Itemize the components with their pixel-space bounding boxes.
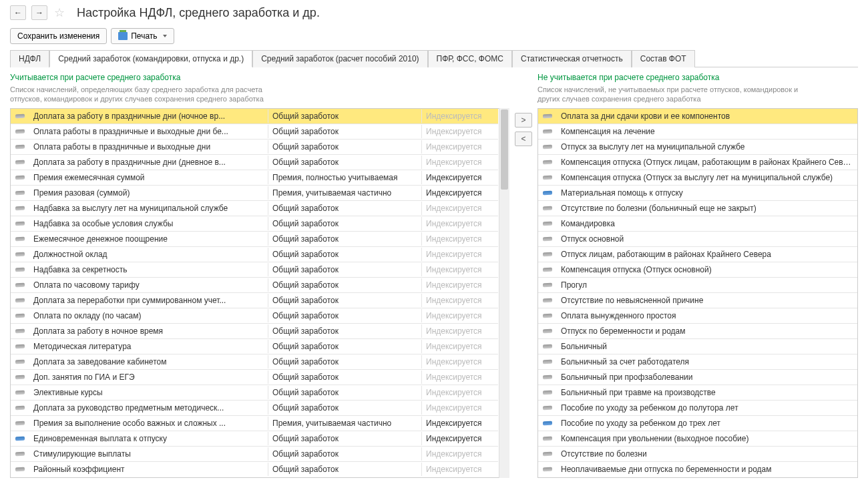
tab-3[interactable]: ПФР, ФСС, ФОМС	[428, 50, 512, 67]
row-name: Отпуск основной	[557, 232, 857, 246]
row-icon	[538, 237, 557, 241]
table-row[interactable]: Надбавка за выслугу лет на муниципальной…	[11, 201, 498, 216]
table-row[interactable]: Отпуск лицам, работающим в районах Крайн…	[538, 247, 857, 262]
row-name: Оплата за дни сдачи крови и ее компонент…	[557, 109, 857, 123]
table-row[interactable]: Доплата за переработки при суммированном…	[11, 293, 498, 308]
favorite-icon[interactable]: ☆	[53, 6, 66, 19]
table-row[interactable]: Командировка	[538, 216, 857, 232]
nav-back-button[interactable]: ←	[10, 5, 26, 20]
row-name: Премия ежемесячная суммой	[29, 171, 268, 184]
table-row[interactable]: Оплата вынужденного простоя	[538, 308, 857, 324]
table-row[interactable]: Компенсация отпуска (Отпуск за выслугу л…	[538, 170, 857, 186]
row-name: Прогул	[557, 278, 857, 292]
table-row[interactable]: Доплата за руководство предметным методи…	[11, 401, 498, 416]
table-row[interactable]: Пособие по уходу за ребенком до полутора…	[538, 401, 857, 416]
row-icon	[538, 437, 557, 441]
table-row[interactable]: Отпуск основной	[538, 232, 857, 247]
page-title: Настройка НДФЛ, среднего заработка и др.	[77, 6, 320, 20]
row-index: Индексируется	[421, 263, 498, 276]
row-name: Оплата по окладу (по часам)	[29, 309, 268, 322]
table-row[interactable]: Доплата за работу в праздничные дни (ноч…	[11, 109, 498, 124]
table-row[interactable]: Отсутствие по болезни (больничный еще не…	[538, 201, 857, 216]
table-row[interactable]: Методическая литератураОбщий заработокИн…	[11, 339, 498, 354]
row-index: Индексируется	[421, 355, 498, 368]
table-row[interactable]: Больничный	[538, 339, 857, 354]
table-row[interactable]: Больничный при профзаболевании	[538, 370, 857, 385]
tab-5[interactable]: Состав ФОТ	[632, 50, 695, 67]
table-row[interactable]: Оплата по окладу (по часам)Общий заработ…	[11, 308, 498, 324]
table-row[interactable]: Больничный за счет работодателя	[538, 354, 857, 370]
row-icon	[538, 176, 557, 180]
table-row[interactable]: Компенсация отпуска (Отпуск основной)	[538, 262, 857, 278]
table-row[interactable]: Премия за выполнение особо важных и слож…	[11, 416, 498, 431]
tab-1[interactable]: Средний заработок (командировки, отпуска…	[49, 50, 252, 67]
table-row[interactable]: Единовременная выплата к отпускуОбщий за…	[11, 431, 498, 447]
row-name: Больничный	[557, 340, 857, 353]
row-icon	[11, 114, 29, 118]
row-icon	[11, 176, 29, 180]
table-row[interactable]: Компенсация на лечение	[538, 124, 857, 140]
table-row[interactable]: Элективные курсыОбщий заработокИндексиру…	[11, 385, 498, 401]
table-row[interactable]: Доплата за заведование кабинетомОбщий за…	[11, 354, 498, 370]
table-row[interactable]: Компенсация при увольнении (выходное пос…	[538, 431, 857, 447]
table-row[interactable]: Оплата по часовому тарифуОбщий заработок…	[11, 278, 498, 293]
table-row[interactable]: Премия ежемесячная суммойПремия, полност…	[11, 170, 498, 186]
row-name: Отпуск за выслугу лет на муниципальной с…	[557, 140, 857, 154]
table-row[interactable]: Отсутствие по болезни	[538, 447, 857, 462]
tab-4[interactable]: Статистическая отчетность	[512, 50, 632, 67]
row-icon	[11, 344, 29, 348]
row-name: Неоплачиваемые дни отпуска по беременнос…	[557, 463, 857, 476]
table-row[interactable]: Неоплачиваемые дни отпуска по беременнос…	[538, 462, 857, 477]
row-type: Общий заработок	[268, 463, 421, 476]
row-name: Оплата вынужденного простоя	[557, 309, 857, 322]
table-row[interactable]: Доплата за работу в праздничные дни (дне…	[11, 155, 498, 170]
table-row[interactable]: Должностной окладОбщий заработокИндексир…	[11, 247, 498, 262]
tab-0[interactable]: НДФЛ	[10, 50, 49, 67]
table-row[interactable]: Оплата работы в праздничные и выходные д…	[11, 124, 498, 140]
table-row[interactable]: Доп. занятия по ГИА и ЕГЭОбщий заработок…	[11, 370, 498, 385]
row-type: Общий заработок	[268, 324, 421, 338]
table-row[interactable]: Прогул	[538, 278, 857, 293]
table-row[interactable]: Компенсация отпуска (Отпуск лицам, работ…	[538, 155, 857, 170]
row-index: Индексируется	[421, 217, 498, 230]
row-type: Премия, учитываемая частично	[268, 417, 421, 430]
move-right-button[interactable]: >	[515, 113, 532, 128]
table-row[interactable]: Отсутствие по невыясненной причине	[538, 293, 857, 308]
row-icon	[11, 452, 29, 456]
table-row[interactable]: Премия разовая (суммой)Премия, учитываем…	[11, 186, 498, 201]
table-row[interactable]: Доплата за работу в ночное времяОбщий за…	[11, 324, 498, 339]
print-button[interactable]: Печать	[111, 28, 174, 44]
row-name: Компенсация на лечение	[557, 125, 857, 138]
tab-2[interactable]: Средний заработок (расчет пособий 2010)	[252, 50, 427, 67]
row-icon	[538, 283, 557, 287]
row-type: Общий заработок	[268, 309, 421, 322]
table-row[interactable]: Надбавка за секретностьОбщий заработокИн…	[11, 262, 498, 278]
row-name: Должностной оклад	[29, 248, 268, 261]
table-row[interactable]: Отпуск за выслугу лет на муниципальной с…	[538, 140, 857, 155]
save-button[interactable]: Сохранить изменения	[10, 28, 107, 44]
table-row[interactable]: Районный коэффициентОбщий заработокИндек…	[11, 462, 498, 477]
table-row[interactable]: Ежемесячное денежное поощрениеОбщий зара…	[11, 232, 498, 247]
table-row[interactable]: Больничный при травме на производстве	[538, 385, 857, 401]
scrollbar[interactable]	[499, 108, 509, 478]
table-row[interactable]: Стимулирующие выплатыОбщий заработокИнде…	[11, 447, 498, 462]
row-type: Общий заработок	[268, 278, 421, 292]
table-row[interactable]: Пособие по уходу за ребенком до трех лет	[538, 416, 857, 431]
row-index: Индексируется	[421, 324, 498, 338]
table-row[interactable]: Материальная помощь к отпуску	[538, 186, 857, 201]
row-name: Доплата за работу в ночное время	[29, 324, 268, 338]
table-row[interactable]: Оплата за дни сдачи крови и ее компонент…	[538, 109, 857, 124]
move-left-button[interactable]: <	[515, 132, 532, 146]
row-type: Общий заработок	[268, 294, 421, 307]
row-icon	[11, 406, 29, 410]
scroll-thumb[interactable]	[501, 109, 508, 190]
row-name: Надбавка за секретность	[29, 263, 268, 276]
table-row[interactable]: Оплата работы в праздничные и выходные д…	[11, 140, 498, 155]
nav-forward-button[interactable]: →	[31, 5, 47, 20]
table-row[interactable]: Отпуск по беременности и родам	[538, 324, 857, 339]
table-row[interactable]: Надбавка за особые условия службыОбщий з…	[11, 216, 498, 232]
row-icon	[538, 467, 557, 471]
row-index: Индексируется	[421, 278, 498, 292]
row-icon	[11, 437, 29, 441]
row-index: Индексируется	[421, 171, 498, 184]
